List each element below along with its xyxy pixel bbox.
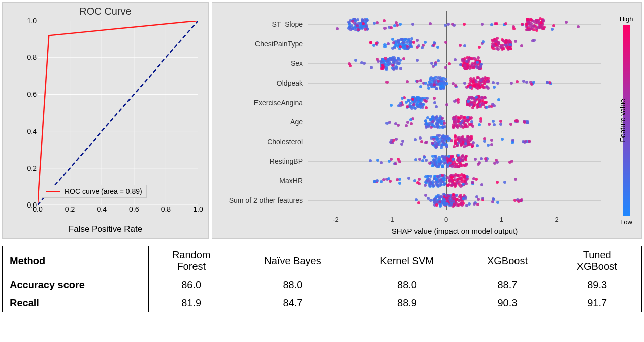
colorbar-high-label: High — [620, 15, 633, 23]
shap-dot — [385, 81, 389, 84]
shap-dot — [416, 59, 419, 62]
shap-dot — [414, 138, 417, 141]
shap-dot — [357, 28, 360, 31]
shap-dot — [438, 160, 441, 163]
shap-dot — [471, 125, 474, 128]
shap-dot — [442, 178, 445, 181]
roc-ytick-label: 0.2 — [27, 164, 37, 172]
shap-dot — [418, 178, 421, 181]
shap-dot — [389, 180, 392, 183]
shap-dot — [362, 22, 365, 25]
shap-dot — [496, 161, 499, 164]
shap-dot — [473, 202, 476, 206]
shap-dot — [476, 61, 479, 64]
shap-dot — [494, 22, 497, 25]
shap-dot — [441, 164, 444, 167]
shap-dot — [463, 44, 466, 47]
shap-dot — [444, 24, 447, 27]
shap-dot — [459, 44, 462, 47]
shap-dot — [377, 60, 380, 63]
table-cell: 89.3 — [552, 276, 642, 294]
roc-ytick-label: 0.6 — [27, 90, 37, 98]
shap-dot — [442, 135, 445, 139]
shap-dot — [389, 141, 392, 144]
shap-dot — [461, 59, 464, 62]
table-body: Accuracy score86.088.088.088.789.3Recall… — [3, 276, 642, 312]
shap-row-line — [308, 63, 601, 64]
shap-dot — [433, 97, 436, 100]
shap-dot — [565, 21, 568, 24]
table-cell: 88.9 — [351, 294, 463, 312]
shap-dot — [347, 21, 350, 24]
shap-dot — [397, 124, 400, 127]
shap-dot — [480, 157, 483, 160]
shap-dot — [457, 101, 460, 104]
shap-dot — [433, 101, 436, 104]
shap-dot — [470, 120, 473, 123]
shap-dot — [485, 85, 488, 88]
shap-plot-area: SHAP value (impact on model output) -2-1… — [212, 3, 611, 238]
shap-dot — [532, 25, 535, 28]
shap-dot — [360, 26, 363, 29]
shap-dot — [512, 27, 516, 30]
shap-dot — [397, 40, 400, 43]
shap-dot — [477, 56, 480, 59]
shap-dot — [356, 24, 359, 27]
shap-dot — [383, 45, 387, 48]
shap-dot — [417, 44, 420, 47]
shap-dot — [528, 28, 531, 31]
shap-dot — [424, 184, 427, 187]
shap-dot — [464, 125, 467, 128]
shap-dot — [406, 105, 409, 108]
shap-dot — [476, 87, 479, 90]
shap-dot — [438, 196, 441, 199]
shap-feature-label: Cholesterol — [267, 138, 303, 146]
shap-dot — [509, 123, 512, 126]
shap-dot — [459, 63, 462, 66]
shap-dot — [497, 98, 500, 101]
shap-feature-label: Oldpeak — [277, 79, 303, 87]
shap-dot — [476, 103, 479, 106]
shap-dot — [514, 40, 517, 43]
shap-dot — [385, 67, 388, 71]
shap-dot — [372, 44, 375, 47]
shap-feature-label: ExerciseAngina — [254, 99, 303, 107]
shap-xtick-label: -2 — [333, 216, 339, 223]
shap-dot — [463, 116, 466, 119]
shap-dot — [395, 65, 398, 69]
shap-dot — [475, 83, 478, 86]
shap-dot — [496, 82, 499, 85]
shap-dot — [399, 23, 402, 26]
shap-dot — [434, 62, 437, 65]
shap-dot — [536, 21, 539, 24]
roc-legend: ROC curve (area = 0.89) — [42, 185, 147, 198]
shap-dot — [434, 181, 437, 184]
shap-dot — [528, 140, 531, 143]
shap-dot — [433, 83, 436, 86]
table-row-label: Accuracy score — [3, 276, 149, 294]
shap-dot — [369, 41, 372, 44]
shap-dot — [499, 123, 502, 126]
table-cell: 84.7 — [234, 294, 351, 312]
shap-dot — [521, 23, 524, 26]
shap-dot — [480, 96, 483, 99]
roc-legend-line-icon — [46, 191, 60, 192]
shap-dot — [428, 162, 431, 165]
shap-dot — [481, 102, 484, 105]
roc-grid — [38, 21, 198, 205]
shap-dot — [376, 159, 379, 162]
shap-dot — [404, 38, 407, 41]
shap-dot — [388, 121, 391, 124]
shap-dot — [533, 39, 536, 42]
shap-dot — [457, 98, 460, 101]
shap-dot — [472, 141, 475, 144]
shap-dot — [470, 116, 473, 119]
shap-dot — [455, 179, 458, 182]
table-cell: 88.7 — [463, 276, 552, 294]
shap-dot — [456, 126, 459, 129]
shap-feature-label: Age — [290, 118, 303, 126]
shap-dot — [477, 76, 480, 79]
shap-dot — [492, 47, 495, 50]
shap-dot — [462, 183, 465, 186]
shap-dot — [429, 199, 432, 202]
